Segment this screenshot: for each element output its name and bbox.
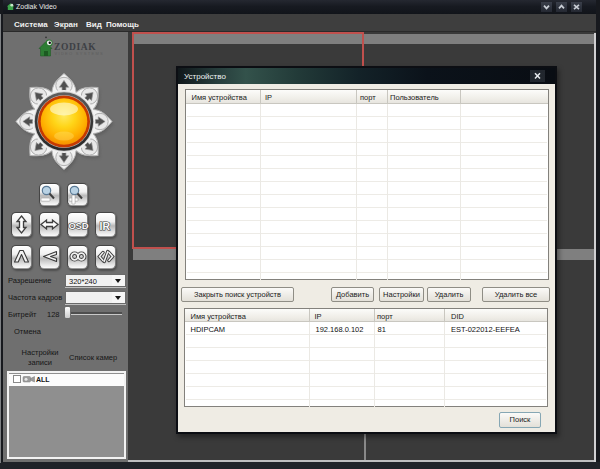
svg-text:IR: IR — [100, 220, 111, 232]
svg-text:OSD: OSD — [69, 220, 89, 231]
